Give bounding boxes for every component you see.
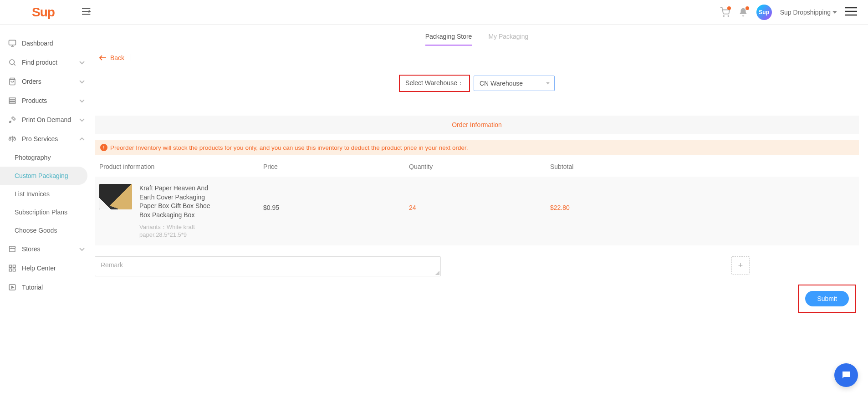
- preorder-banner: ! Preorder Inventory will stock the prod…: [95, 140, 859, 155]
- submit-row: Submit: [95, 285, 859, 313]
- sidebar-item-find-product[interactable]: Find product: [0, 53, 90, 72]
- sidebar-label: Print On Demand: [22, 116, 71, 123]
- select-warehouse-label: Select Warehouse：: [399, 75, 470, 92]
- col-header-product: Product information: [99, 163, 263, 170]
- chevron-down-icon: [79, 78, 85, 85]
- sidebar-sub-subscription-plans[interactable]: Subscription Plans: [0, 203, 90, 221]
- warehouse-select[interactable]: CN Warehouse: [474, 76, 555, 91]
- bell-badge-dot: [745, 6, 749, 10]
- sidebar-toggle-icon[interactable]: [82, 7, 92, 17]
- submit-button[interactable]: Submit: [805, 291, 849, 306]
- svg-line-12: [14, 64, 15, 66]
- remark-input[interactable]: Remark: [95, 256, 441, 276]
- sidebar-item-orders[interactable]: Orders: [0, 72, 90, 91]
- preorder-banner-text: Preorder Inventory will stock the produc…: [110, 144, 468, 151]
- sidebar-item-stores[interactable]: Stores: [0, 239, 90, 259]
- bottom-row: Remark +: [95, 256, 859, 276]
- svg-rect-14: [9, 98, 15, 99]
- search-icon: [8, 58, 16, 66]
- order-information-heading: Order Information: [95, 116, 859, 134]
- svg-point-4: [728, 15, 729, 16]
- chevron-down-icon: [79, 245, 85, 253]
- back-row: Back: [95, 46, 859, 62]
- submit-highlight-box: Submit: [798, 285, 856, 313]
- sidebar-label: Help Center: [22, 265, 56, 272]
- topbar: Sup Sup Sup Dropshipping: [0, 0, 868, 25]
- bell-icon[interactable]: [738, 7, 748, 17]
- layers-icon: [8, 97, 16, 105]
- plus-icon: +: [738, 261, 743, 270]
- sidebar: Dashboard Find product Orders Products P…: [0, 25, 90, 331]
- subtotal-cell: $22.80: [550, 184, 854, 211]
- col-header-price: Price: [263, 163, 409, 170]
- table-row: Kraft Paper Heaven And Earth Cover Packa…: [95, 177, 859, 245]
- chevron-down-icon: [79, 97, 85, 104]
- logo: Sup: [32, 5, 55, 20]
- add-item-button[interactable]: +: [731, 256, 750, 275]
- product-image: [99, 184, 132, 209]
- col-header-subtotal: Subtotal: [550, 163, 854, 170]
- arrow-left-icon: [99, 55, 107, 61]
- sidebar-sub-custom-packaging[interactable]: Custom Packaging: [0, 167, 87, 185]
- sidebar-item-products[interactable]: Products: [0, 91, 90, 110]
- product-variant: Variants：White kraft paper,28.5*21.5*9: [139, 223, 216, 238]
- warehouse-row: Select Warehouse： CN Warehouse: [95, 75, 859, 92]
- grid-icon: [8, 264, 16, 272]
- avatar[interactable]: Sup: [756, 5, 772, 20]
- monitor-icon: [8, 39, 16, 47]
- price-cell: $0.95: [263, 184, 409, 211]
- sidebar-item-pro-services[interactable]: Pro Services: [0, 129, 90, 148]
- tools-icon: [8, 116, 16, 124]
- chevron-down-icon: [79, 116, 85, 123]
- tab-packaging-store[interactable]: Packaging Store: [425, 33, 472, 46]
- sidebar-label: Stores: [22, 245, 40, 253]
- sidebar-sub-photography[interactable]: Photography: [0, 148, 90, 167]
- col-header-quantity: Quantity: [409, 163, 550, 170]
- quantity-cell: 24: [409, 184, 550, 211]
- svg-rect-19: [13, 265, 15, 267]
- svg-rect-16: [9, 102, 15, 103]
- menu-icon[interactable]: [845, 7, 857, 17]
- svg-rect-18: [9, 265, 11, 267]
- sidebar-item-dashboard[interactable]: Dashboard: [0, 34, 90, 53]
- svg-rect-15: [9, 100, 15, 102]
- sidebar-sub-list-invoices[interactable]: List Invoices: [0, 185, 90, 203]
- sidebar-item-tutorial[interactable]: Tutorial: [0, 278, 90, 297]
- topbar-right: Sup Sup Dropshipping: [720, 5, 857, 20]
- play-icon: [8, 283, 16, 291]
- variant-label: Variants：: [139, 224, 167, 230]
- sidebar-label: Products: [22, 97, 47, 104]
- product-cell: Kraft Paper Heaven And Earth Cover Packa…: [99, 184, 263, 238]
- svg-point-11: [10, 60, 15, 65]
- user-menu[interactable]: Sup Dropshipping: [780, 9, 837, 16]
- caret-down-icon: [832, 11, 837, 14]
- chevron-up-icon: [79, 135, 85, 143]
- svg-marker-23: [12, 286, 14, 289]
- sidebar-label: Tutorial: [22, 284, 43, 291]
- cart-icon[interactable]: [720, 7, 730, 17]
- product-title: Kraft Paper Heaven And Earth Cover Packa…: [139, 184, 216, 219]
- store-icon: [8, 245, 16, 253]
- svg-rect-20: [9, 269, 11, 271]
- sidebar-item-help-center[interactable]: Help Center: [0, 259, 90, 278]
- main-content: Packaging Store My Packaging Back Select…: [90, 25, 868, 331]
- cart-badge-dot: [727, 6, 731, 10]
- user-label-text: Sup Dropshipping: [780, 9, 831, 16]
- sidebar-label: Pro Services: [22, 135, 58, 143]
- scale-icon: [8, 135, 16, 143]
- sidebar-sub-choose-goods[interactable]: Choose Goods: [0, 221, 90, 239]
- sidebar-item-print-on-demand[interactable]: Print On Demand: [0, 110, 90, 129]
- tabs: Packaging Store My Packaging: [95, 33, 859, 46]
- svg-rect-21: [13, 269, 15, 271]
- sidebar-label: Find product: [22, 59, 57, 66]
- back-link[interactable]: Back: [99, 54, 131, 61]
- sidebar-label: Orders: [22, 78, 41, 85]
- svg-point-3: [723, 15, 724, 16]
- back-label: Back: [110, 54, 124, 61]
- sidebar-label: Dashboard: [22, 40, 53, 47]
- tab-my-packaging[interactable]: My Packaging: [488, 33, 528, 46]
- svg-rect-8: [9, 40, 16, 45]
- bag-icon: [8, 77, 16, 86]
- table-header: Product information Price Quantity Subto…: [95, 155, 859, 177]
- alert-icon: !: [100, 144, 107, 151]
